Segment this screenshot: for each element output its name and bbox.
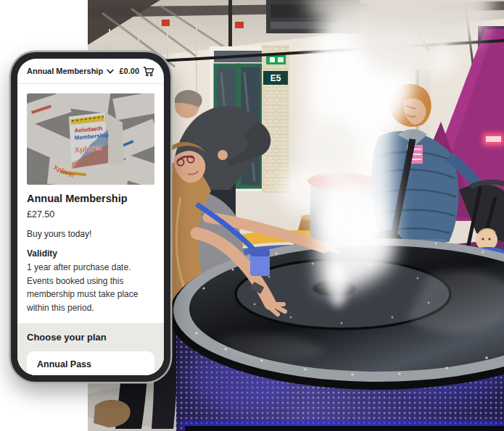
- plan-name: Annual Pass: [37, 359, 144, 370]
- page: E5: [0, 0, 504, 431]
- svg-text:E5: E5: [270, 73, 281, 83]
- exit-sign: [266, 55, 286, 64]
- chevron-down-icon: [107, 69, 114, 74]
- door-number-sign: E5: [263, 71, 288, 85]
- membership-cards-art: Aelodaeth Membership Xplore! Xplore!: [27, 93, 154, 185]
- product-selector-label: Annual Membership: [27, 67, 103, 75]
- phone-mockup: Annual Membership £0.00: [11, 52, 170, 382]
- shop-header: Annual Membership £0.00: [17, 59, 164, 84]
- shop-screen: Annual Membership £0.00: [17, 59, 164, 375]
- plan-option-annual-pass[interactable]: Annual Pass Unlimited annual membership: [27, 351, 154, 375]
- product-price: £27.50: [27, 209, 154, 220]
- validity-text: 1 year after purchase date. Events booke…: [27, 261, 154, 314]
- cart-button[interactable]: £0.00: [119, 66, 154, 77]
- plan-description: Unlimited annual membership: [37, 374, 144, 375]
- product-title: Annual Membership: [27, 192, 154, 205]
- plan-section: Choose your plan Annual Pass Unlimited a…: [17, 323, 164, 375]
- product-details: Annual Membership £27.50 Buy yours today…: [17, 192, 164, 314]
- validity-label: Validity: [27, 248, 154, 259]
- cart-total: £0.00: [119, 67, 139, 75]
- plan-section-heading: Choose your plan: [27, 332, 154, 343]
- product-selector[interactable]: Annual Membership: [27, 67, 114, 75]
- product-image: Aelodaeth Membership Xplore! Xplore!: [27, 93, 154, 185]
- product-tagline: Buy yours today!: [27, 229, 154, 240]
- cart-icon: [143, 66, 154, 77]
